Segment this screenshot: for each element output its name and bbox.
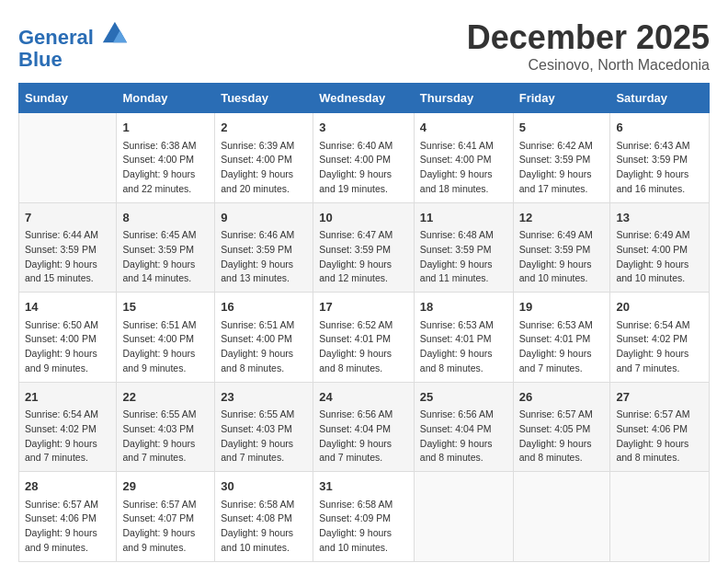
day-info: Sunrise: 6:58 AM Sunset: 4:08 PM Dayligh…: [221, 498, 307, 556]
day-number: 14: [25, 298, 110, 316]
calendar-cell: 20Sunrise: 6:54 AM Sunset: 4:02 PM Dayli…: [610, 293, 710, 383]
day-info: Sunrise: 6:53 AM Sunset: 4:01 PM Dayligh…: [420, 318, 507, 376]
day-number: 28: [25, 477, 110, 496]
day-info: Sunrise: 6:41 AM Sunset: 4:00 PM Dayligh…: [420, 139, 507, 197]
day-info: Sunrise: 6:51 AM Sunset: 4:00 PM Dayligh…: [221, 318, 307, 376]
week-row-1: 1Sunrise: 6:38 AM Sunset: 4:00 PM Daylig…: [19, 113, 710, 203]
calendar-cell: 26Sunrise: 6:57 AM Sunset: 4:05 PM Dayli…: [513, 382, 610, 472]
day-info: Sunrise: 6:57 AM Sunset: 4:05 PM Dayligh…: [519, 408, 605, 465]
day-number: 7: [25, 209, 110, 227]
day-number: 10: [319, 209, 408, 227]
day-info: Sunrise: 6:56 AM Sunset: 4:04 PM Dayligh…: [319, 408, 408, 465]
location: Cesinovo, North Macedonia: [467, 57, 710, 74]
day-info: Sunrise: 6:56 AM Sunset: 4:04 PM Dayligh…: [420, 408, 507, 465]
day-info: Sunrise: 6:57 AM Sunset: 4:06 PM Dayligh…: [616, 408, 703, 465]
calendar-cell: 6Sunrise: 6:43 AM Sunset: 3:59 PM Daylig…: [610, 113, 710, 203]
day-number: 8: [122, 209, 209, 227]
day-info: Sunrise: 6:54 AM Sunset: 4:02 PM Dayligh…: [25, 408, 110, 465]
calendar-cell: 14Sunrise: 6:50 AM Sunset: 4:00 PM Dayli…: [19, 293, 117, 383]
week-row-4: 21Sunrise: 6:54 AM Sunset: 4:02 PM Dayli…: [19, 382, 710, 472]
calendar-cell: 2Sunrise: 6:39 AM Sunset: 4:00 PM Daylig…: [215, 113, 313, 203]
calendar-cell: 27Sunrise: 6:57 AM Sunset: 4:06 PM Dayli…: [610, 382, 710, 472]
day-number: 2: [221, 119, 307, 137]
calendar-cell: 1Sunrise: 6:38 AM Sunset: 4:00 PM Daylig…: [117, 113, 215, 203]
calendar-cell: [19, 113, 117, 203]
day-number: 26: [519, 388, 605, 407]
day-number: 30: [221, 477, 307, 496]
day-number: 16: [221, 298, 307, 316]
calendar-cell: [414, 472, 513, 562]
calendar-cell: 31Sunrise: 6:58 AM Sunset: 4:09 PM Dayli…: [313, 472, 415, 562]
day-number: 20: [616, 298, 703, 316]
calendar-cell: 9Sunrise: 6:46 AM Sunset: 3:59 PM Daylig…: [215, 202, 313, 293]
week-row-5: 28Sunrise: 6:57 AM Sunset: 4:06 PM Dayli…: [19, 472, 710, 562]
calendar-cell: 13Sunrise: 6:49 AM Sunset: 4:00 PM Dayli…: [610, 202, 710, 293]
calendar-cell: 23Sunrise: 6:55 AM Sunset: 4:03 PM Dayli…: [215, 382, 313, 472]
day-number: 11: [420, 209, 507, 227]
calendar-cell: 24Sunrise: 6:56 AM Sunset: 4:04 PM Dayli…: [313, 382, 415, 472]
calendar-cell: 17Sunrise: 6:52 AM Sunset: 4:01 PM Dayli…: [313, 293, 415, 383]
logo: General Blue: [18, 18, 127, 71]
day-info: Sunrise: 6:39 AM Sunset: 4:00 PM Dayligh…: [221, 139, 307, 197]
calendar-cell: 10Sunrise: 6:47 AM Sunset: 3:59 PM Dayli…: [313, 202, 415, 293]
day-number: 29: [122, 477, 209, 496]
day-number: 1: [122, 119, 209, 137]
day-number: 24: [319, 388, 408, 407]
header-day-wednesday: Wednesday: [313, 84, 415, 113]
calendar-cell: 22Sunrise: 6:55 AM Sunset: 4:03 PM Dayli…: [117, 382, 215, 472]
day-info: Sunrise: 6:49 AM Sunset: 4:00 PM Dayligh…: [616, 228, 703, 286]
day-info: Sunrise: 6:42 AM Sunset: 3:59 PM Dayligh…: [519, 139, 605, 197]
day-info: Sunrise: 6:54 AM Sunset: 4:02 PM Dayligh…: [616, 318, 703, 376]
day-info: Sunrise: 6:58 AM Sunset: 4:09 PM Dayligh…: [319, 498, 408, 556]
calendar-cell: 18Sunrise: 6:53 AM Sunset: 4:01 PM Dayli…: [414, 293, 513, 383]
page-header: General Blue December 2025 Cesinovo, Nor…: [18, 18, 710, 74]
day-info: Sunrise: 6:38 AM Sunset: 4:00 PM Dayligh…: [122, 139, 209, 197]
month-title: December 2025: [467, 18, 710, 57]
week-row-3: 14Sunrise: 6:50 AM Sunset: 4:00 PM Dayli…: [19, 293, 710, 383]
header-day-tuesday: Tuesday: [215, 84, 313, 113]
day-number: 5: [519, 119, 605, 137]
calendar-table: SundayMondayTuesdayWednesdayThursdayFrid…: [18, 83, 710, 562]
day-number: 22: [122, 388, 209, 407]
calendar-cell: 8Sunrise: 6:45 AM Sunset: 3:59 PM Daylig…: [117, 202, 215, 293]
logo-icon: [101, 18, 127, 44]
day-info: Sunrise: 6:53 AM Sunset: 4:01 PM Dayligh…: [519, 318, 605, 376]
day-info: Sunrise: 6:45 AM Sunset: 3:59 PM Dayligh…: [122, 228, 209, 286]
day-info: Sunrise: 6:44 AM Sunset: 3:59 PM Dayligh…: [25, 228, 110, 286]
day-info: Sunrise: 6:49 AM Sunset: 3:59 PM Dayligh…: [519, 228, 605, 286]
calendar-cell: 11Sunrise: 6:48 AM Sunset: 3:59 PM Dayli…: [414, 202, 513, 293]
day-number: 19: [519, 298, 605, 316]
calendar-cell: 25Sunrise: 6:56 AM Sunset: 4:04 PM Dayli…: [414, 382, 513, 472]
calendar-cell: 21Sunrise: 6:54 AM Sunset: 4:02 PM Dayli…: [19, 382, 117, 472]
week-row-2: 7Sunrise: 6:44 AM Sunset: 3:59 PM Daylig…: [19, 202, 710, 293]
day-info: Sunrise: 6:40 AM Sunset: 4:00 PM Dayligh…: [319, 139, 408, 197]
day-number: 4: [420, 119, 507, 137]
calendar-cell: 19Sunrise: 6:53 AM Sunset: 4:01 PM Dayli…: [513, 293, 610, 383]
header-row: SundayMondayTuesdayWednesdayThursdayFrid…: [19, 84, 710, 113]
calendar-cell: 4Sunrise: 6:41 AM Sunset: 4:00 PM Daylig…: [414, 113, 513, 203]
calendar-cell: [513, 472, 610, 562]
day-number: 27: [616, 388, 703, 407]
header-day-saturday: Saturday: [610, 84, 710, 113]
day-info: Sunrise: 6:57 AM Sunset: 4:07 PM Dayligh…: [122, 498, 209, 556]
day-info: Sunrise: 6:50 AM Sunset: 4:00 PM Dayligh…: [25, 318, 110, 376]
day-number: 15: [122, 298, 209, 316]
day-number: 9: [221, 209, 307, 227]
header-day-friday: Friday: [513, 84, 610, 113]
day-number: 23: [221, 388, 307, 407]
day-number: 21: [25, 388, 110, 407]
day-info: Sunrise: 6:48 AM Sunset: 3:59 PM Dayligh…: [420, 228, 507, 286]
calendar-cell: 16Sunrise: 6:51 AM Sunset: 4:00 PM Dayli…: [215, 293, 313, 383]
day-info: Sunrise: 6:52 AM Sunset: 4:01 PM Dayligh…: [319, 318, 408, 376]
calendar-cell: 5Sunrise: 6:42 AM Sunset: 3:59 PM Daylig…: [513, 113, 610, 203]
logo-general: General: [18, 26, 94, 49]
day-number: 18: [420, 298, 507, 316]
day-info: Sunrise: 6:46 AM Sunset: 3:59 PM Dayligh…: [221, 228, 307, 286]
calendar-cell: 12Sunrise: 6:49 AM Sunset: 3:59 PM Dayli…: [513, 202, 610, 293]
day-number: 3: [319, 119, 408, 137]
day-info: Sunrise: 6:55 AM Sunset: 4:03 PM Dayligh…: [122, 408, 209, 465]
calendar-cell: [610, 472, 710, 562]
calendar-cell: 30Sunrise: 6:58 AM Sunset: 4:08 PM Dayli…: [215, 472, 313, 562]
logo-text: General: [18, 18, 127, 49]
day-number: 6: [616, 119, 703, 137]
